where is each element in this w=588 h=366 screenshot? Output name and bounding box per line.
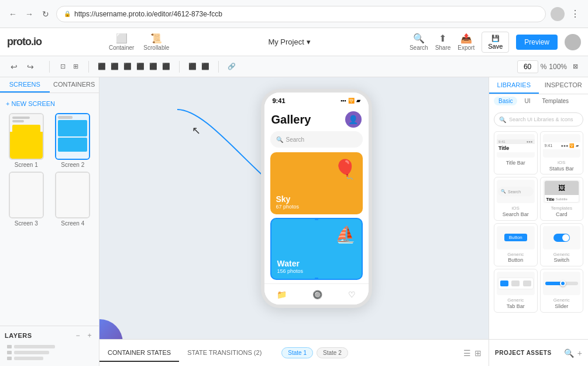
lib-item-slider-category: Generic: [553, 297, 570, 303]
canvas-area[interactable]: + 9:41 ▪▪▪ 🛜 ▰ Gallery 👤: [99, 77, 489, 366]
undo-button[interactable]: ↩: [7, 60, 21, 74]
state-2-pill[interactable]: State 2: [317, 347, 348, 358]
lib-item-button-label: Generic Button: [507, 252, 524, 264]
app-toolbar: proto.io ⬜ Container 📜 Scrollable My Pro…: [0, 28, 588, 56]
align-left-button[interactable]: ⬛: [96, 61, 108, 73]
lib-item-statusbar[interactable]: 9:41●●● 🛜 ▰ iOS Status Bar: [540, 131, 584, 175]
lib-filter-ui[interactable]: UI: [520, 97, 535, 105]
lib-item-switch-preview: [543, 226, 581, 249]
card-visual-image: 🖼: [545, 181, 579, 195]
resize-fill-button[interactable]: ⊞: [70, 61, 81, 73]
lib-item-button-preview: Button: [497, 226, 535, 249]
share-tool[interactable]: ⬆ Share: [435, 33, 451, 51]
lib-item-card[interactable]: 🖼 Title Subtitle Templates Card: [540, 177, 584, 220]
new-screen-button[interactable]: + NEW SCREEN: [5, 98, 94, 110]
lib-item-slider[interactable]: Generic Slider: [540, 269, 584, 312]
toolbar-left-actions: ⬜ Container 📜 Scrollable: [106, 33, 169, 51]
lib-filter-basic[interactable]: Basic: [494, 97, 517, 105]
distribute-h-button[interactable]: ⬛: [187, 61, 198, 73]
lib-item-searchbar[interactable]: 🔍 Search iOS Search Bar: [494, 177, 538, 220]
lib-item-statusbar-preview: 9:41●●● 🛜 ▰: [543, 134, 581, 158]
cursor-arrow: ↖: [192, 124, 201, 137]
link-button[interactable]: 🔗: [226, 61, 238, 73]
tab-folder-icon[interactable]: 📁: [277, 290, 287, 299]
url-bar[interactable]: 🔒 https://username.proto.io/editor/4612-…: [56, 6, 546, 22]
redo-button[interactable]: ↪: [23, 60, 37, 74]
sidebar-tabs: SCREENS CONTAINERS: [0, 77, 99, 93]
screen-item-4[interactable]: Screen 4: [51, 172, 95, 227]
tab-state-transitions[interactable]: STATE TRANSITIONS (2): [179, 344, 270, 362]
lib-filter-templates[interactable]: Templates: [537, 97, 573, 105]
container-tool[interactable]: ⬜ Container: [109, 33, 134, 51]
lib-item-switch[interactable]: Generic Switch: [540, 223, 584, 266]
lib-item-tabbar[interactable]: Generic Tab Bar: [494, 269, 538, 312]
right-panel: LIBRARIES INSPECTOR Basic UI Templates 🔍…: [489, 77, 588, 366]
signal-icon: ▪▪▪: [341, 98, 346, 104]
selection-handle-br: [360, 278, 363, 280]
search-tool[interactable]: 🔍 Search: [410, 33, 428, 51]
tab-libraries[interactable]: LIBRARIES: [489, 77, 539, 94]
water-card-text: Water 156 photos: [277, 259, 304, 274]
project-assets-search-button[interactable]: 🔍: [564, 348, 574, 358]
zoom-fit-button[interactable]: ⊠: [569, 61, 581, 73]
screen-item-1[interactable]: Screen 1: [5, 113, 48, 168]
tab-heart-icon[interactable]: ♡: [348, 290, 356, 299]
zoom-input[interactable]: [517, 60, 538, 73]
main-layout: SCREENS CONTAINERS + NEW SCREEN Screen 1: [0, 77, 588, 366]
profile-avatar[interactable]: [565, 34, 581, 50]
project-assets-add-button[interactable]: +: [577, 348, 582, 358]
screen-item-2[interactable]: Screen 2: [51, 113, 95, 168]
export-tool[interactable]: 📤 Export: [458, 33, 474, 51]
scrollable-label: Scrollable: [143, 45, 169, 51]
layers-expand-button[interactable]: +: [85, 331, 94, 340]
save-button[interactable]: 💾 Save: [482, 32, 509, 53]
water-card[interactable]: ⛵ Water 156 photos: [270, 218, 363, 280]
browser-menu-button[interactable]: ⋮: [569, 8, 581, 20]
screen-label-3: Screen 3: [15, 220, 38, 227]
resize-buttons: ⊡ ⊞: [57, 61, 81, 73]
lib-item-button[interactable]: Button Generic Button: [494, 223, 538, 266]
align-center-h-button[interactable]: ⬛: [109, 61, 121, 73]
sky-card-subtitle: 67 photos: [276, 204, 300, 210]
align-top-button[interactable]: ⬛: [135, 61, 146, 73]
scrollable-tool[interactable]: 📜 Scrollable: [143, 33, 169, 51]
state-1-pill[interactable]: State 1: [281, 347, 313, 358]
resize-fit-button[interactable]: ⊡: [57, 61, 68, 73]
view-list-button[interactable]: ☰: [463, 348, 471, 358]
tabbar-icon-1: [500, 281, 508, 286]
layer-item-3: [5, 355, 94, 361]
align-bottom-button[interactable]: ⬛: [160, 61, 172, 73]
sky-card[interactable]: 🎈 Sky 67 photos: [270, 152, 363, 214]
title-bar-status: 9:41●●●: [497, 139, 535, 144]
tab-inspector[interactable]: INSPECTOR: [539, 77, 589, 94]
tab-containers[interactable]: CONTAINERS: [50, 77, 99, 93]
tab-home-icon[interactable]: 🔘: [312, 290, 322, 299]
tabbar-visual-inner: [498, 278, 534, 289]
lib-item-titlebar[interactable]: 9:41●●● Title Title Bar: [494, 131, 538, 175]
view-grid-button[interactable]: ⊞: [474, 348, 482, 358]
tab-screens[interactable]: SCREENS: [0, 77, 50, 93]
tab-container-states[interactable]: CONTAINER STATES: [99, 344, 179, 362]
align-right-button[interactable]: ⬛: [122, 61, 133, 73]
bottom-bar-tabs: CONTAINER STATES STATE TRANSITIONS (2): [99, 344, 270, 362]
screen-item-3[interactable]: Screen 3: [5, 172, 48, 227]
forward-button[interactable]: →: [23, 8, 35, 20]
project-name-button[interactable]: My Project ▾: [263, 35, 315, 49]
layers-title: LAYERS: [5, 332, 32, 339]
layer-bar-3: [14, 357, 43, 360]
screens-grid: Screen 1 Screen 2: [5, 113, 94, 227]
title-bar-visual: 9:41●●● Title: [497, 139, 535, 152]
preview-button[interactable]: Preview: [516, 35, 558, 50]
layers-collapse-button[interactable]: −: [73, 331, 82, 340]
back-button[interactable]: ←: [7, 8, 19, 20]
align-center-v-button[interactable]: ⬛: [147, 61, 159, 73]
libraries-search[interactable]: 🔍 Search UI Libraries & Icons: [494, 112, 583, 126]
distribute-v-button[interactable]: ⬛: [200, 61, 211, 73]
refresh-button[interactable]: ↻: [40, 8, 51, 20]
bottom-view-controls: ☰ ⊞: [463, 348, 489, 358]
lib-item-button-category: Generic: [507, 252, 524, 258]
lib-item-button-name: Button: [507, 257, 524, 264]
layer-item-1: [5, 344, 94, 350]
layer-item-2: [5, 350, 94, 355]
phone-search-bar[interactable]: 🔍 Search: [270, 131, 363, 148]
